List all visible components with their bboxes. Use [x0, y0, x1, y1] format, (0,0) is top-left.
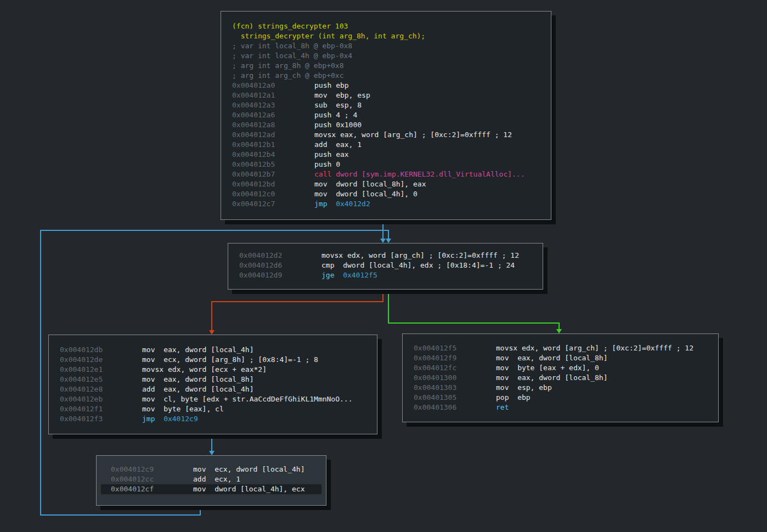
instruction-address: 0x004012ad: [232, 130, 314, 140]
asm-line[interactable]: 0x004012fcmov byte [eax + edx], 0: [403, 363, 718, 373]
asm-line[interactable]: ; var int local_8h @ ebp-0x8: [221, 41, 551, 51]
asm-line[interactable]: 0x004012ebmov cl, byte [edx + str.AaCcdD…: [49, 394, 377, 404]
asm-text: movsx eax, word [arg_ch] ; [0xc:2]=0xfff…: [314, 131, 512, 139]
asm-line[interactable]: 0x004012d6cmp dword [local_4h], edx ; [0…: [228, 261, 543, 270]
instruction-address: 0x004012c7: [232, 199, 314, 209]
instruction-address: 0x004012cf: [111, 484, 193, 494]
basic-block-0x004012a0[interactable]: (fcn) strings_decrypter 103 strings_decr…: [221, 11, 551, 220]
instruction-address: 0x004012cc: [111, 474, 193, 484]
asm-line[interactable]: 0x00401306ret: [403, 403, 718, 412]
basic-block-0x004012d2[interactable]: 0x004012d2movsx edx, word [arg_ch] ; [0x…: [228, 243, 543, 290]
edge-loop-0x4012c9-to-0x4012d2: [388, 230, 389, 239]
graph-canvas[interactable]: (fcn) strings_decrypter 103 strings_decr…: [0, 0, 767, 532]
asm-text: mov eax, dword [local_8h]: [142, 375, 254, 383]
asm-text: mov eax, dword [local_8h]: [496, 373, 608, 382]
basic-block-0x004012db[interactable]: 0x004012dbmov eax, dword [local_4h]0x004…: [48, 335, 377, 434]
asm-text: mov eax, dword [local_8h]: [496, 354, 608, 362]
asm-line[interactable]: 0x004012e5mov eax, dword [local_8h]: [49, 375, 377, 384]
asm-line[interactable]: 0x00401305pop ebp: [403, 393, 718, 403]
asm-line[interactable]: 0x004012e8add eax, dword [local_4h]: [49, 384, 377, 394]
asm-line[interactable]: 0x004012ccadd ecx, 1: [97, 474, 326, 484]
asm-text: mov dword [local_8h], eax: [314, 180, 426, 188]
asm-line[interactable]: 0x004012dbmov eax, dword [local_4h]: [49, 345, 377, 355]
asm-text: call: [314, 170, 336, 178]
instruction-address: 0x004012a0: [232, 81, 314, 90]
basic-block-0x004012c9[interactable]: 0x004012c9mov ecx, dword [local_4h]0x004…: [96, 455, 326, 506]
edge-loop-0x4012c9-to-0x4012d2: [200, 506, 201, 515]
asm-line[interactable]: 0x004012c0mov dword [local_4h], 0: [221, 189, 551, 199]
instruction-address: 0x00401300: [414, 373, 496, 383]
asm-line[interactable]: ; var int local_4h @ ebp-0x4: [221, 51, 551, 61]
edge-true-to-0x4012f5: [388, 290, 389, 324]
asm-text: ret: [496, 403, 509, 411]
asm-line[interactable]: strings_decrypter (int arg_8h, int arg_c…: [221, 31, 551, 41]
asm-text: 0x4012f5: [343, 271, 377, 279]
asm-text: mov cl, byte [edx + str.AaCcdDeFfGhiKL1M…: [142, 395, 353, 403]
instruction-address: 0x004012a1: [232, 90, 314, 100]
asm-text: push ebp: [314, 81, 349, 89]
edge-body-to-0x4012c9: [211, 434, 212, 451]
asm-text: mov eax, dword [local_4h]: [142, 346, 254, 354]
asm-line[interactable]: 0x00401300mov eax, dword [local_8h]: [403, 373, 718, 383]
asm-line[interactable]: 0x004012a3sub esp, 8: [221, 100, 551, 110]
instruction-address: 0x004012d2: [239, 251, 322, 261]
edge-entry-to-0x4012d2: [382, 219, 384, 239]
edge-false-to-0x4012db: [211, 301, 212, 330]
asm-text: movsx edx, word [arg_ch] ; [0xc:2]=0xfff…: [322, 251, 519, 259]
asm-text: jge: [322, 271, 343, 279]
asm-line[interactable]: 0x004012a8push 0x1000: [221, 120, 551, 130]
instruction-address: 0x004012bd: [232, 179, 314, 189]
asm-text: mov ecx, dword [local_4h]: [193, 465, 305, 473]
asm-line[interactable]: 0x004012d9jge 0x4012f5: [228, 270, 543, 280]
asm-line[interactable]: 0x004012b4push eax: [221, 150, 551, 160]
edge-loop-0x4012c9-to-0x4012d2: [40, 230, 41, 516]
asm-text: push 4 ; 4: [314, 111, 357, 119]
asm-line[interactable]: 0x004012b7call dword [sym.imp.KERNEL32.d…: [221, 169, 551, 179]
instruction-address: 0x004012e1: [60, 365, 142, 375]
asm-line[interactable]: 0x004012b1add eax, 1: [221, 140, 551, 150]
asm-line[interactable]: 0x004012f9mov eax, dword [local_8h]: [403, 353, 718, 363]
asm-line[interactable]: ; arg int arg_8h @ ebp+0x8: [221, 61, 551, 71]
asm-line[interactable]: 0x004012e1movsx edx, word [ecx + eax*2]: [49, 365, 377, 375]
instruction-address: 0x004012a3: [232, 100, 314, 110]
asm-line[interactable]: 0x004012b5push 0: [221, 160, 551, 169]
arrowhead-down-icon: [386, 239, 391, 243]
instruction-address: 0x004012db: [60, 345, 142, 355]
asm-line[interactable]: (fcn) strings_decrypter 103: [221, 21, 551, 31]
edge-false-to-0x4012db: [211, 301, 384, 302]
instruction-address: 0x004012f9: [414, 353, 496, 363]
instruction-address: 0x004012d9: [239, 270, 322, 280]
asm-line[interactable]: 0x004012f1mov byte [eax], cl: [49, 404, 377, 414]
asm-line[interactable]: 0x004012d2movsx edx, word [arg_ch] ; [0x…: [228, 251, 543, 261]
asm-text: mov byte [eax + edx], 0: [496, 364, 599, 372]
asm-line[interactable]: 0x004012a0push ebp: [221, 81, 551, 90]
arrowhead-down-icon: [556, 329, 562, 333]
instruction-address: 0x004012a8: [232, 120, 314, 130]
asm-line-current[interactable]: 0x004012cfmov dword [local_4h], ecx: [101, 484, 322, 494]
asm-line[interactable]: 0x004012a6push 4 ; 4: [221, 110, 551, 120]
arrowhead-down-icon: [209, 330, 215, 335]
asm-line[interactable]: 0x004012c9mov ecx, dword [local_4h]: [97, 465, 326, 474]
edge-true-to-0x4012f5: [388, 322, 560, 324]
asm-line[interactable]: 0x004012f3jmp 0x4012c9: [49, 414, 377, 424]
asm-text: sub esp, 8: [314, 101, 362, 109]
asm-text: (fcn) strings_decrypter 103: [232, 22, 348, 30]
asm-line[interactable]: 0x004012a1mov ebp, esp: [221, 90, 551, 100]
instruction-address: 0x004012c0: [232, 189, 314, 199]
asm-text: cmp dword [local_4h], edx ; [0x18:4]=-1 …: [322, 261, 515, 269]
asm-text: ; var int local_8h @ ebp-0x8: [232, 42, 352, 50]
asm-text: strings_decrypter (int arg_8h, int arg_c…: [232, 32, 425, 40]
asm-line[interactable]: 0x004012admovsx eax, word [arg_ch] ; [0x…: [221, 130, 551, 140]
asm-line[interactable]: 0x00401303mov esp, ebp: [403, 383, 718, 393]
instruction-address: 0x00401303: [414, 383, 496, 393]
asm-line[interactable]: 0x004012bdmov dword [local_8h], eax: [221, 179, 551, 189]
basic-block-0x004012f5[interactable]: 0x004012f5movsx edx, word [arg_ch] ; [0x…: [402, 333, 719, 422]
edge-loop-0x4012c9-to-0x4012d2: [40, 514, 201, 516]
asm-line[interactable]: 0x004012demov ecx, dword [arg_8h] ; [0x8…: [49, 355, 377, 365]
asm-line[interactable]: ; arg int arg_ch @ ebp+0xc: [221, 71, 551, 81]
instruction-address: 0x004012d6: [239, 261, 322, 270]
asm-text: push 0x1000: [314, 121, 362, 129]
instruction-address: 0x004012b1: [232, 140, 314, 150]
asm-line[interactable]: 0x004012f5movsx edx, word [arg_ch] ; [0x…: [403, 343, 718, 353]
asm-line[interactable]: 0x004012c7jmp 0x4012d2: [221, 199, 551, 209]
